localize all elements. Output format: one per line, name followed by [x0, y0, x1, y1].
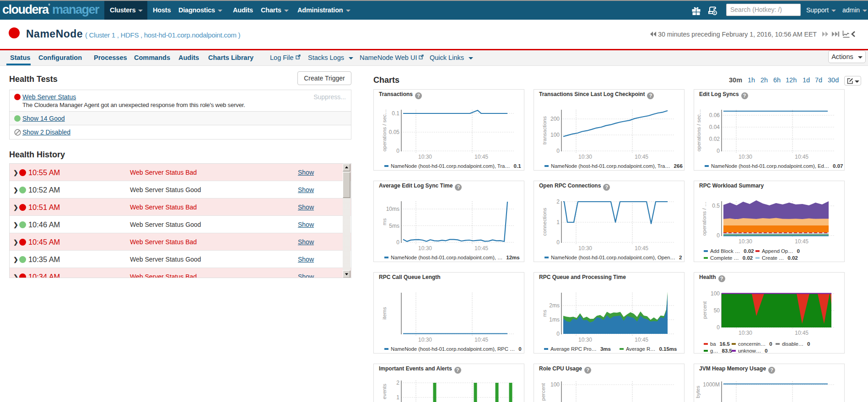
svg-text:10:30: 10:30 — [578, 245, 592, 252]
svg-text:operations / …: operations / … — [701, 202, 707, 236]
svg-text:percent: percent — [702, 301, 707, 319]
svg-text:1: 1 — [396, 394, 399, 401]
svg-text:10:30: 10:30 — [578, 337, 592, 343]
svg-text:connections: connections — [542, 208, 547, 236]
svg-text:operations / sec…: operations / sec… — [696, 109, 701, 152]
svg-text:10:45: 10:45 — [474, 245, 488, 252]
svg-text:10ms: 10ms — [386, 206, 399, 212]
svg-text:0.06: 0.06 — [709, 112, 720, 118]
svg-text:0: 0 — [556, 148, 560, 154]
svg-text:0: 0 — [717, 148, 720, 154]
svg-text:0.04: 0.04 — [709, 124, 720, 130]
svg-text:10:30: 10:30 — [739, 238, 752, 245]
svg-text:0: 0 — [396, 239, 399, 246]
svg-text:1: 1 — [556, 219, 560, 225]
svg-text:5ms: 5ms — [389, 223, 399, 229]
svg-text:10:45: 10:45 — [795, 154, 809, 160]
svg-text:10:30: 10:30 — [739, 154, 752, 160]
svg-text:items: items — [382, 307, 387, 320]
svg-text:10:45: 10:45 — [635, 154, 648, 160]
svg-text:10:30: 10:30 — [418, 245, 432, 252]
svg-text:bytes: bytes — [695, 386, 701, 398]
svg-text:ms: ms — [382, 218, 387, 225]
svg-text:transactions: transactions — [542, 116, 547, 145]
svg-text:200: 200 — [550, 116, 560, 122]
svg-text:100: 100 — [550, 132, 560, 138]
svg-text:0: 0 — [717, 324, 720, 331]
svg-text:100: 100 — [711, 290, 720, 297]
svg-text:10:30: 10:30 — [418, 337, 432, 343]
svg-text:0: 0 — [556, 239, 560, 246]
svg-text:10:45: 10:45 — [635, 337, 648, 343]
svg-text:100: 100 — [550, 381, 560, 388]
svg-text:ms: ms — [542, 310, 547, 317]
svg-text:10:30: 10:30 — [418, 154, 432, 160]
svg-text:2: 2 — [396, 380, 399, 386]
svg-text:operations / sec…: operations / sec… — [382, 109, 387, 152]
svg-text:10:45: 10:45 — [795, 238, 809, 245]
svg-text:0.1: 0.1 — [392, 110, 399, 117]
svg-text:1000M: 1000M — [703, 381, 720, 388]
svg-text:10:30: 10:30 — [739, 330, 752, 336]
svg-text:10:45: 10:45 — [474, 337, 488, 343]
svg-text:percent: percent — [540, 383, 546, 401]
svg-text:2: 2 — [556, 198, 560, 205]
svg-text:0: 0 — [556, 331, 560, 337]
svg-text:0.05: 0.05 — [389, 129, 400, 135]
svg-text:50: 50 — [714, 307, 720, 314]
svg-text:10:45: 10:45 — [635, 245, 648, 252]
svg-text:0: 0 — [396, 148, 399, 154]
svg-text:0: 0 — [717, 232, 720, 239]
svg-text:10:45: 10:45 — [474, 154, 488, 160]
svg-text:2ms: 2ms — [549, 302, 560, 309]
svg-text:events: events — [382, 384, 387, 399]
svg-text:1ms: 1ms — [549, 316, 560, 323]
svg-text:10:45: 10:45 — [795, 330, 809, 336]
svg-text:10:30: 10:30 — [578, 154, 592, 160]
svg-text:0.5: 0.5 — [712, 203, 720, 209]
svg-text:0.02: 0.02 — [709, 136, 720, 142]
